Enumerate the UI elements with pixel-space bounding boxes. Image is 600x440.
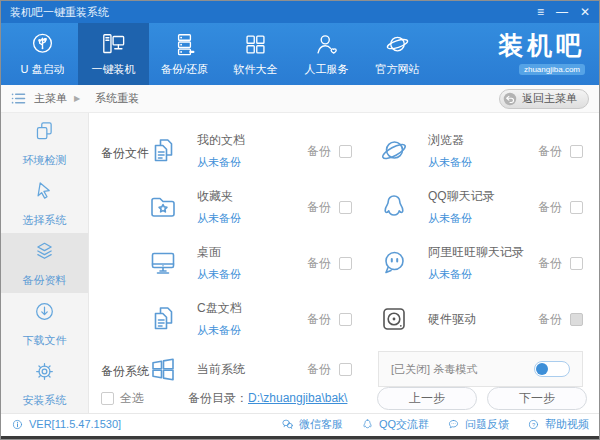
- backup-checkbox[interactable]: [339, 313, 352, 326]
- footer-link-qq-group[interactable]: QQ交流群: [361, 417, 429, 432]
- never-backed-up-link[interactable]: 从未备份: [428, 211, 538, 226]
- next-step-button[interactable]: 下一步: [487, 387, 587, 410]
- nav-label: 一键装机: [92, 62, 136, 77]
- never-backed-up-link[interactable]: 从未备份: [197, 211, 307, 226]
- backup-files-section-label: 备份文件: [101, 145, 149, 162]
- toggle-knob: [536, 363, 548, 375]
- antivirus-mode-label: [已关闭] 杀毒模式: [391, 362, 477, 377]
- version-text: VER[11.5.47.1530]: [29, 418, 121, 430]
- backup-restore-icon: [171, 31, 198, 58]
- sidebar: 环境检测 选择系统 备份资料 下载文件 安装系统: [1, 113, 89, 413]
- backup-checkbox[interactable]: [570, 257, 583, 270]
- backup-checkbox-label: 备份: [307, 255, 331, 272]
- select-system-icon: [32, 179, 57, 208]
- return-arrow-icon: [503, 92, 517, 106]
- footer-link-label: 微信客服: [299, 417, 343, 432]
- backup-checkbox[interactable]: [570, 313, 583, 326]
- sidebar-item-env-check[interactable]: 环境检测: [1, 113, 88, 173]
- item-title: 收藏夹: [197, 188, 307, 205]
- footer-link-help-video[interactable]: ? 帮助视频: [527, 417, 589, 432]
- backup-checkbox[interactable]: [339, 201, 352, 214]
- menu-icon[interactable]: ≡: [537, 1, 544, 23]
- official-site-icon: [384, 31, 411, 58]
- footer-links: 微信客服 QQ交流群 问题反馈 ? 帮助视频: [281, 417, 589, 432]
- nav-item-official-site[interactable]: 官方网站: [362, 23, 433, 85]
- sidebar-item-label: 安装系统: [23, 393, 67, 408]
- backup-item-qq-chat: QQ聊天记录从未备份 备份: [378, 179, 583, 235]
- wechat-icon: [281, 418, 294, 431]
- install-system-icon: [32, 359, 57, 388]
- backup-checkbox[interactable]: [339, 363, 352, 376]
- backup-checkbox-label: 备份: [538, 143, 562, 160]
- footer-link-wechat[interactable]: 微信客服: [281, 417, 343, 432]
- nav-item-one-key-install[interactable]: 一键装机: [78, 23, 149, 85]
- backup-system-section-label: 备份系统: [101, 363, 149, 380]
- backup-checkbox[interactable]: [570, 201, 583, 214]
- brand-logo-domain: zhuangjiba.com: [519, 64, 585, 75]
- backup-item-browser: 浏览器从未备份 备份: [378, 123, 583, 179]
- sidebar-item-install-system[interactable]: 安装系统: [1, 353, 88, 413]
- item-title: 浏览器: [428, 132, 538, 149]
- nav-item-software[interactable]: 软件大全: [220, 23, 291, 85]
- backup-checkbox-label: 备份: [307, 199, 331, 216]
- backup-checkbox-label: 备份: [538, 255, 562, 272]
- download-files-icon: [32, 299, 57, 328]
- nav-item-support[interactable]: 人工服务: [291, 23, 362, 85]
- breadcrumb-bar: 主菜单 ▶ 系统重装 返回主菜单: [1, 85, 599, 113]
- previous-step-button[interactable]: 上一步: [377, 387, 477, 410]
- breadcrumb-current: 系统重装: [95, 91, 139, 106]
- nav-item-usb-boot[interactable]: U 盘启动: [7, 23, 78, 85]
- select-all-checkbox[interactable]: [101, 392, 114, 405]
- software-grid-icon: [242, 31, 269, 58]
- breadcrumb-root[interactable]: 主菜单: [34, 91, 67, 106]
- item-title: 阿里旺旺聊天记录: [428, 244, 538, 261]
- minimize-icon[interactable]: —: [556, 1, 568, 23]
- back-to-main-menu-button[interactable]: 返回主菜单: [499, 89, 589, 109]
- bottom-controls: 全选 备份目录： D:\zhuangjiba\bak\ 上一步 下一步: [101, 386, 587, 410]
- breadcrumb-separator-icon: ▶: [74, 94, 80, 103]
- c-drive-docs-icon: [147, 303, 179, 335]
- item-title: 当前系统: [197, 361, 307, 378]
- footer-link-feedback[interactable]: 问题反馈: [447, 417, 509, 432]
- backup-checkbox-label: 备份: [307, 361, 331, 378]
- usb-boot-icon: [29, 31, 56, 58]
- backup-item-favorites: 收藏夹从未备份 备份: [147, 179, 352, 235]
- sidebar-item-backup-data[interactable]: 备份资料: [1, 233, 88, 293]
- never-backed-up-link[interactable]: 从未备份: [197, 323, 307, 338]
- backup-checkbox-label: 备份: [538, 199, 562, 216]
- close-icon[interactable]: ✕: [580, 1, 590, 23]
- select-all-label: 全选: [120, 390, 144, 407]
- backup-item-current-system: 当前系统 备份: [147, 347, 352, 391]
- backup-checkbox[interactable]: [570, 145, 583, 158]
- nav-item-backup-restore[interactable]: 备份/还原: [149, 23, 220, 85]
- backup-checkbox[interactable]: [339, 257, 352, 270]
- backup-dir-link[interactable]: D:\zhuangjiba\bak\: [248, 391, 347, 405]
- backup-items-grid: 我的文档从未备份 备份 浏览器从未备份 备份 收藏夹从未备份 备份: [147, 123, 583, 347]
- backup-item-my-documents: 我的文档从未备份 备份: [147, 123, 352, 179]
- nav-label: 备份/还原: [161, 62, 208, 77]
- help-video-icon: ?: [527, 418, 540, 431]
- footer-link-label: 帮助视频: [545, 417, 589, 432]
- sidebar-item-label: 选择系统: [23, 213, 67, 228]
- sidebar-item-download-files[interactable]: 下载文件: [1, 293, 88, 353]
- antivirus-mode-toggle[interactable]: [534, 361, 570, 377]
- backup-checkbox[interactable]: [339, 145, 352, 158]
- sidebar-item-select-system[interactable]: 选择系统: [1, 173, 88, 233]
- nav-label: U 盘启动: [21, 62, 65, 77]
- item-title: 硬件驱动: [428, 311, 538, 328]
- never-backed-up-link[interactable]: 从未备份: [197, 267, 307, 282]
- never-backed-up-link[interactable]: 从未备份: [428, 267, 538, 282]
- favorites-icon: [147, 191, 179, 223]
- item-title: C盘文档: [197, 300, 307, 317]
- qq-icon: [378, 191, 410, 223]
- backup-system-row: 当前系统 备份 [已关闭] 杀毒模式: [147, 347, 583, 391]
- backup-dir-label: 备份目录：: [188, 390, 248, 407]
- info-icon: [11, 418, 24, 431]
- never-backed-up-link[interactable]: 从未备份: [197, 155, 307, 170]
- backup-checkbox-label: 备份: [307, 311, 331, 328]
- backup-item-desktop: 桌面从未备份 备份: [147, 235, 352, 291]
- aliwangwang-icon: [378, 247, 410, 279]
- svg-text:?: ?: [532, 421, 535, 427]
- back-button-label: 返回主菜单: [522, 91, 577, 106]
- never-backed-up-link[interactable]: 从未备份: [428, 155, 538, 170]
